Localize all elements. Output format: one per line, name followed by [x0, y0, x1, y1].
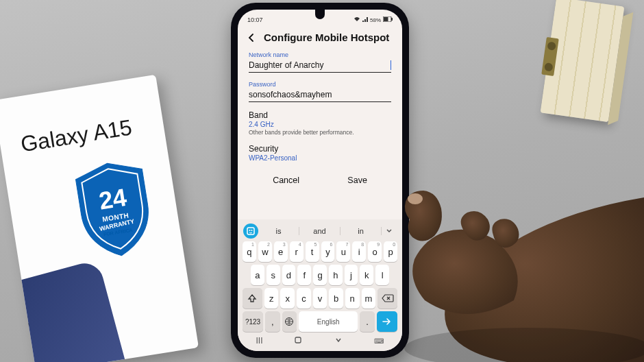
key-i[interactable]: 8i: [352, 241, 366, 262]
nav-back[interactable]: [334, 335, 343, 347]
key-v[interactable]: v: [313, 288, 327, 309]
key-r[interactable]: 4r: [290, 241, 304, 262]
key-q[interactable]: 1q: [243, 241, 256, 262]
battery-icon: [383, 16, 393, 23]
password-label: Password: [249, 81, 391, 88]
suggestion-1[interactable]: is: [258, 227, 299, 235]
key-n[interactable]: n: [345, 288, 360, 309]
key-f[interactable]: f: [297, 265, 311, 285]
network-name-label: Network name: [249, 51, 391, 58]
key-language[interactable]: [282, 311, 297, 332]
key-b[interactable]: b: [329, 288, 343, 309]
suggestion-3[interactable]: in: [340, 227, 382, 235]
key-h[interactable]: h: [329, 265, 343, 285]
nav-home[interactable]: [293, 335, 303, 347]
key-u[interactable]: 7u: [336, 241, 350, 262]
svg-rect-1: [384, 17, 388, 21]
key-row-4: ?123 , English .: [240, 310, 399, 333]
soft-keyboard: is and in 1q 2w 3e 4r 5t 6y 7u 8i 9o 0p: [238, 219, 402, 351]
band-value: 2.4 GHz: [249, 121, 391, 128]
phone-device: 10:07 58% Configure Mobile Hotspot: [231, 3, 409, 358]
svg-point-4: [249, 230, 251, 231]
security-value: WPA2-Personal: [249, 154, 391, 162]
key-space[interactable]: English: [299, 311, 358, 332]
key-y[interactable]: 6y: [321, 241, 335, 262]
key-j[interactable]: j: [345, 265, 358, 285]
phone-screen: 10:07 58% Configure Mobile Hotspot: [238, 10, 402, 351]
key-z[interactable]: z: [264, 288, 279, 309]
wifi-icon: [354, 16, 360, 23]
key-shift[interactable]: [243, 288, 262, 309]
key-c[interactable]: c: [297, 288, 311, 309]
more-suggestions-icon[interactable]: [382, 225, 397, 237]
product-brand-text: Galaxy A15: [19, 114, 134, 157]
band-desc: Other bands provide better performance.: [249, 129, 391, 136]
nav-recents[interactable]: III: [256, 336, 262, 346]
suggestion-2[interactable]: and: [299, 227, 340, 235]
key-o[interactable]: 9o: [368, 241, 382, 262]
save-button[interactable]: Save: [335, 173, 380, 188]
key-row-2: a s d f g h j k l: [240, 263, 399, 287]
back-button[interactable]: [246, 32, 257, 43]
band-title[interactable]: Band: [249, 110, 391, 120]
sticker-icon[interactable]: [243, 224, 258, 239]
suggestion-bar: is and in: [240, 222, 399, 240]
page-header: Configure Mobile Hotspot: [238, 27, 402, 49]
svg-point-5: [251, 230, 253, 231]
network-name-input[interactable]: [249, 58, 391, 72]
key-w[interactable]: 2w: [258, 241, 272, 262]
key-row-3: z x c v b n m: [240, 287, 399, 310]
hotspot-form: Network name Password Band 2.4 GHz Other…: [238, 51, 402, 192]
status-time: 10:07: [247, 16, 263, 23]
text-cursor: [391, 60, 391, 70]
key-l[interactable]: l: [375, 265, 389, 285]
key-k[interactable]: k: [360, 265, 373, 285]
key-e[interactable]: 3e: [274, 241, 288, 262]
key-t[interactable]: 5t: [306, 241, 319, 262]
android-nav-bar: III ⌨: [240, 333, 399, 348]
key-x[interactable]: x: [280, 288, 295, 309]
battery-text: 58%: [370, 17, 381, 23]
svg-rect-2: [391, 18, 393, 21]
key-s[interactable]: s: [267, 265, 280, 285]
cancel-button[interactable]: Cancel: [260, 173, 312, 188]
security-title[interactable]: Security: [249, 144, 391, 154]
key-comma[interactable]: ,: [265, 311, 280, 332]
camera-notch: [315, 10, 325, 19]
key-p[interactable]: 0p: [384, 241, 397, 262]
key-symbols[interactable]: ?123: [243, 311, 263, 332]
warranty-badge: 24 MONTH WARRANTY FOR AFRICA: [70, 156, 160, 263]
signal-icon: [362, 16, 368, 23]
key-row-1: 1q 2w 3e 4r 5t 6y 7u 8i 9o 0p: [240, 240, 399, 263]
key-backspace[interactable]: [377, 288, 397, 309]
key-g[interactable]: g: [313, 265, 327, 285]
key-m[interactable]: m: [362, 288, 376, 309]
svg-rect-7: [295, 337, 301, 343]
page-title: Configure Mobile Hotspot: [264, 32, 389, 43]
password-input[interactable]: [249, 88, 391, 102]
nav-keyboard-icon[interactable]: ⌨: [374, 337, 384, 345]
key-d[interactable]: d: [282, 265, 296, 285]
key-a[interactable]: a: [251, 265, 264, 285]
key-period[interactable]: .: [360, 311, 375, 332]
key-enter[interactable]: [377, 311, 397, 332]
